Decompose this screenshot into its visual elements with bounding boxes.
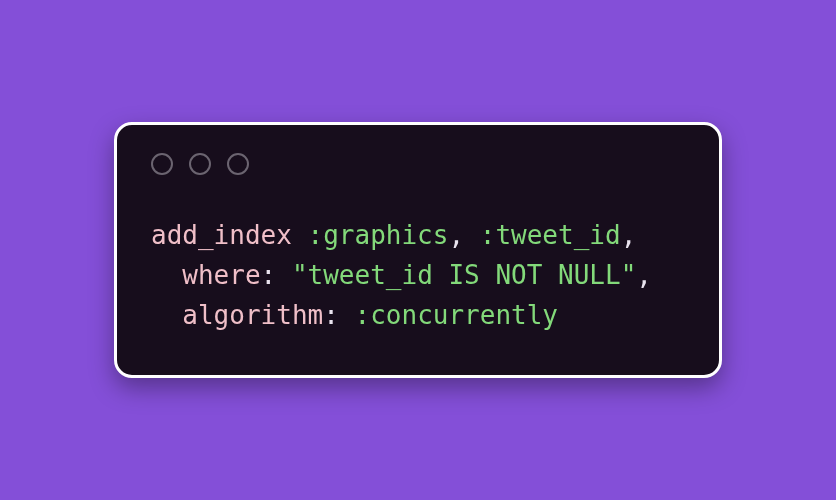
code-space (276, 260, 292, 290)
code-indent (151, 300, 182, 330)
code-block: add_index :graphics, :tweet_id, where: "… (151, 215, 685, 336)
code-symbol-colon: : (308, 220, 324, 250)
code-symbol: graphics (323, 220, 448, 250)
code-symbol: tweet_id (495, 220, 620, 250)
code-comma: , (448, 220, 464, 250)
code-key-colon: : (323, 300, 339, 330)
code-comma: , (636, 260, 652, 290)
code-key: where (182, 260, 260, 290)
code-space (464, 220, 480, 250)
code-space (292, 220, 308, 250)
code-comma: , (621, 220, 637, 250)
code-indent (151, 260, 182, 290)
code-symbol-colon: : (355, 300, 371, 330)
code-symbol: concurrently (370, 300, 558, 330)
window-dot-close-icon (151, 153, 173, 175)
window-dot-zoom-icon (227, 153, 249, 175)
code-method: add_index (151, 220, 292, 250)
window-dot-minimize-icon (189, 153, 211, 175)
code-string: "tweet_id IS NOT NULL" (292, 260, 636, 290)
code-key: algorithm (182, 300, 323, 330)
code-key-colon: : (261, 260, 277, 290)
code-symbol-colon: : (480, 220, 496, 250)
window-traffic-lights (151, 153, 685, 175)
code-window: add_index :graphics, :tweet_id, where: "… (114, 122, 722, 379)
code-space (339, 300, 355, 330)
